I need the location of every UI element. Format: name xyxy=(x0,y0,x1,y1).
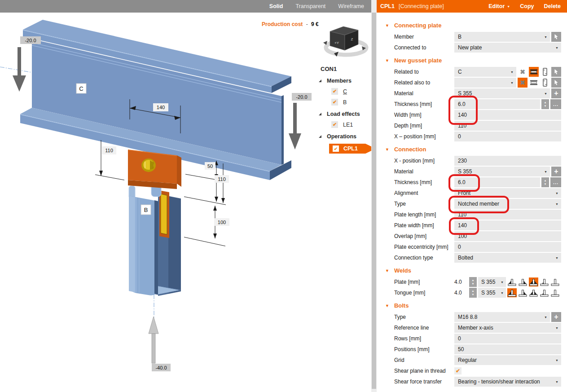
thickness-stepper[interactable]: ▲▼ xyxy=(541,177,549,187)
shear-plane-checkbox[interactable]: ✔ xyxy=(454,367,462,374)
plate-width-input[interactable]: 140 xyxy=(454,220,561,230)
view-mode-transparent[interactable]: Transparent xyxy=(295,3,325,9)
delete-button[interactable]: Delete xyxy=(544,3,561,9)
alignment-dropdown[interactable]: Front▼ xyxy=(454,188,561,198)
weld-tongue-material-dropdown[interactable]: S 355▼ xyxy=(478,288,506,298)
related-to-dropdown[interactable]: C▼ xyxy=(454,67,516,77)
relation-section-outline-icon[interactable] xyxy=(540,67,550,77)
relation-flange-plate-icon[interactable] xyxy=(529,78,539,88)
tree-item-b[interactable]: ✔ B xyxy=(331,99,376,106)
chevron-down-icon: ▼ xyxy=(501,281,504,284)
add-material-button[interactable]: + xyxy=(551,88,561,98)
shear-force-transfer-dropdown[interactable]: Bearing - tension/shear interaction▼ xyxy=(454,377,561,387)
viewport-3d-scene[interactable]: 140 110 50 110 100 -20.0 -20.0 -40.0 C B xyxy=(0,0,371,392)
pick-member-button[interactable] xyxy=(551,32,561,42)
fillet-weld-left-icon[interactable] xyxy=(507,277,517,286)
copy-button[interactable]: Copy xyxy=(520,3,534,9)
navigation-cube[interactable]: +Y Z xyxy=(320,22,371,60)
weld-size-stepper[interactable]: ▲▼ xyxy=(469,277,477,287)
type-dropdown[interactable]: Notched member▼ xyxy=(454,199,561,209)
collapse-triangle-icon[interactable]: ▼ xyxy=(385,23,389,28)
thickness-stepper[interactable]: ▲▼ xyxy=(541,99,549,109)
editor-button[interactable]: Editor▼ xyxy=(488,3,510,9)
gusset-x-position-input[interactable]: 0 xyxy=(454,132,561,141)
load-label-right: -20.0 xyxy=(296,94,307,100)
add-bolt-button[interactable]: + xyxy=(551,312,561,322)
connection-type-dropdown[interactable]: Bolted▼ xyxy=(454,253,561,263)
relation-section-outline-icon[interactable] xyxy=(540,78,550,88)
bolt[interactable] xyxy=(141,159,156,172)
cube-face-front: +Y xyxy=(334,41,339,45)
relation-flange-plate-icon[interactable] xyxy=(529,67,539,77)
section-bolts[interactable]: ▼ Bolts xyxy=(377,300,567,312)
gusset-width-input[interactable]: 140 xyxy=(454,110,561,120)
related-also-to-dropdown[interactable]: ▼ xyxy=(454,78,516,88)
butt-weld-icon[interactable] xyxy=(550,277,560,286)
scrollbar-thumb[interactable] xyxy=(372,13,376,389)
connection-material-dropdown[interactable]: S 355▼ xyxy=(454,167,550,176)
thickness-more-button[interactable]: ... xyxy=(550,99,561,109)
section-connecting-plate[interactable]: ▼ Connecting plate xyxy=(377,19,567,31)
fillet-weld-left-icon[interactable] xyxy=(507,288,517,297)
gusset-plate-tongue[interactable] xyxy=(158,190,181,296)
relation-none-icon[interactable]: ✖ xyxy=(518,78,527,88)
tree-item-c[interactable]: ✔ C xyxy=(331,88,376,95)
bolt-positions-input[interactable]: 50 xyxy=(454,344,561,354)
connection-thickness-input[interactable]: 6.0 xyxy=(454,177,540,187)
reference-line-dropdown[interactable]: Member x-axis▼ xyxy=(454,323,561,333)
double-fillet-weld-icon[interactable] xyxy=(529,277,538,286)
gusset-thickness-input[interactable]: 6.0 xyxy=(454,99,540,109)
pick-related-button[interactable] xyxy=(551,67,561,77)
checkbox-checked-icon[interactable]: ✔ xyxy=(331,99,338,106)
tree-item-le1[interactable]: ✔ LE1 xyxy=(331,121,376,128)
grid-dropdown[interactable]: Regular▼ xyxy=(454,355,561,365)
add-material-button[interactable]: + xyxy=(551,167,561,176)
bolt-type-dropdown[interactable]: M16 8.8▼ xyxy=(454,312,550,322)
overlap-input[interactable]: 100 xyxy=(454,231,561,241)
weld-size-stepper[interactable]: ▲▼ xyxy=(469,288,477,298)
bevel-weld-icon[interactable] xyxy=(540,277,549,286)
relation-none-icon[interactable]: ✖ xyxy=(518,67,527,77)
section-new-gusset-plate[interactable]: ▼ New gusset plate xyxy=(377,54,567,66)
connection-x-position-input[interactable]: 230 xyxy=(454,156,561,166)
connected-to-dropdown[interactable]: New plate▼ xyxy=(454,43,561,53)
weld-plate-material-dropdown[interactable]: S 355▼ xyxy=(478,277,506,287)
double-fillet-weld-icon[interactable] xyxy=(529,288,538,297)
checkbox-checked-icon[interactable]: ✔ xyxy=(332,145,339,152)
bolt-rows-input[interactable]: 0 xyxy=(454,334,561,344)
load-arrow-bottom xyxy=(149,317,158,363)
flange-plate-icon xyxy=(530,79,538,86)
section-connection[interactable]: ▼ Connection xyxy=(377,143,567,155)
tree-group-load-effects[interactable]: Load effects xyxy=(318,111,376,117)
tree-group-members[interactable]: Members xyxy=(318,78,376,84)
gusset-depth-input[interactable]: 110 xyxy=(454,121,561,131)
section-welds[interactable]: ▼ Welds xyxy=(377,264,567,277)
view-mode-solid[interactable]: Solid xyxy=(269,3,283,9)
gusset-material-dropdown[interactable]: S 355▼ xyxy=(454,88,550,98)
collapse-triangle-icon[interactable]: ▼ xyxy=(385,304,389,308)
collapse-triangle-icon[interactable]: ▼ xyxy=(385,269,389,273)
weld-plate-size[interactable]: 4.0 xyxy=(454,279,468,285)
fillet-weld-right-icon[interactable] xyxy=(518,288,527,297)
expander-icon[interactable] xyxy=(318,134,322,139)
pick-related-also-button[interactable] xyxy=(551,78,561,88)
view-mode-wireframe[interactable]: Wireframe xyxy=(338,3,364,9)
checkbox-checked-icon[interactable]: ✔ xyxy=(331,121,338,128)
plate-length-input[interactable]: 110 xyxy=(454,210,561,220)
plate-eccentricity-input[interactable]: 0 xyxy=(454,242,561,252)
expander-icon[interactable] xyxy=(318,112,322,116)
collapse-triangle-icon[interactable]: ▼ xyxy=(385,147,389,152)
collapse-triangle-icon[interactable]: ▼ xyxy=(385,58,389,63)
thickness-more-button[interactable]: ... xyxy=(550,177,561,187)
member-dropdown[interactable]: B▼ xyxy=(454,32,550,42)
checkbox-checked-icon[interactable]: ✔ xyxy=(331,88,338,95)
tree-group-operations[interactable]: Operations xyxy=(318,133,376,140)
expander-icon[interactable] xyxy=(318,79,322,83)
tree-item-cpl1-selected[interactable]: ✔ CPL1 xyxy=(329,144,376,154)
butt-weld-icon[interactable] xyxy=(550,288,560,297)
panel-scrollbar[interactable] xyxy=(371,0,377,392)
fillet-weld-right-icon[interactable] xyxy=(518,277,527,286)
bevel-weld-icon[interactable] xyxy=(540,288,549,297)
weld-tongue-size[interactable]: 4.0 xyxy=(454,290,468,296)
connecting-plate[interactable] xyxy=(128,150,181,189)
